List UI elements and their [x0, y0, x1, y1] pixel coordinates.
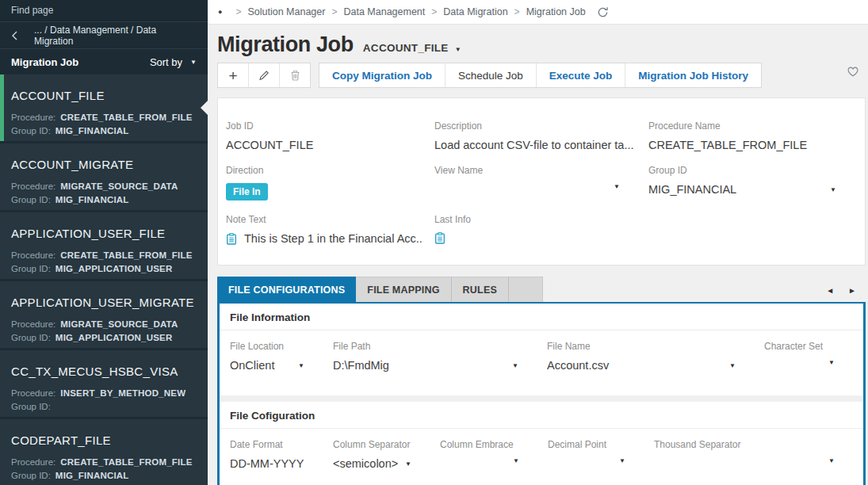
- group-id-dropdown[interactable]: MIG_FINANCIAL ▼: [648, 183, 854, 196]
- home-dot-button[interactable]: ●: [218, 8, 222, 16]
- copy-migration-job-button[interactable]: Copy Migration Job: [319, 63, 445, 87]
- breadcrumb-separator-icon: >: [331, 6, 337, 17]
- tab-rules[interactable]: RULES: [452, 277, 509, 302]
- group-id-value: MIG_APPLICATION_USER: [55, 264, 173, 273]
- refresh-icon[interactable]: [597, 6, 609, 18]
- tab-file-mapping[interactable]: FILE MAPPING: [356, 277, 451, 302]
- group-id-value: MIG_FINANCIAL: [55, 126, 129, 136]
- pencil-icon: [258, 70, 270, 81]
- chevron-down-icon: ▼: [614, 183, 620, 190]
- group-id-label: Group ID:: [11, 333, 51, 342]
- direction-badge: File In: [226, 183, 268, 200]
- procedure-label: Procedure:: [11, 457, 55, 467]
- migration-job-history-button[interactable]: Migration Job History: [625, 63, 761, 87]
- file-name-dropdown[interactable]: Account.csv ▼: [547, 359, 753, 372]
- column-separator-value: <semicolon>: [333, 457, 398, 470]
- breadcrumb-data-migration[interactable]: Data Migration: [443, 6, 507, 17]
- file-name-value: Account.csv: [547, 359, 609, 372]
- group-id-label: Group ID:: [11, 126, 51, 136]
- last-info-label: Last Info: [434, 214, 854, 225]
- sidebar-item-codepart-file[interactable]: CODEPART_FILE Procedure:CREATE_TABLE_FRO…: [0, 419, 208, 485]
- character-set-dropdown[interactable]: ▼: [764, 359, 852, 366]
- page-content: Migration Job ACCOUNT_FILE ▼ +: [208, 25, 868, 485]
- main-area: ● > Solution Manager > Data Management >…: [208, 0, 868, 485]
- group-id-value: MIG_FINANCIAL: [55, 195, 129, 204]
- group-id-value: MIG_APPLICATION_USER: [55, 333, 173, 342]
- sidebar-list-header: Migration Job Sort by ▼: [0, 48, 208, 74]
- chevron-down-icon: ▼: [513, 457, 519, 464]
- description-value: Load account CSV-file to container ta...: [434, 139, 637, 151]
- sidebar-item-application-user-file[interactable]: APPLICATION_USER_FILE Procedure:CREATE_T…: [0, 212, 208, 279]
- file-location-dropdown[interactable]: OnClient ▼: [230, 359, 322, 372]
- sort-by-button[interactable]: Sort by ▼: [150, 56, 197, 68]
- list-item-title: ACCOUNT_FILE: [11, 89, 197, 102]
- description-label: Description: [434, 120, 637, 132]
- procedure-value: MIGRATE_SOURCE_DATA: [60, 181, 178, 191]
- sidebar-item-application-user-migrate[interactable]: APPLICATION_USER_MIGRATE Procedure:MIGRA…: [0, 281, 208, 348]
- date-format-field[interactable]: DD-MM-YYYY: [230, 457, 322, 470]
- tab-next-icon[interactable]: ►: [848, 287, 856, 295]
- last-info-note-icon[interactable]: [434, 232, 445, 244]
- chevron-down-icon: ▼: [190, 59, 197, 66]
- sidebar-item-account-file[interactable]: ACCOUNT_FILE Procedure:CREATE_TABLE_FROM…: [0, 74, 208, 141]
- record-selector[interactable]: ACCOUNT_FILE ▼: [354, 42, 461, 54]
- tabs: FILE CONFIGURATIONS FILE MAPPING RULES: [217, 277, 543, 302]
- execute-job-button[interactable]: Execute Job: [537, 63, 626, 87]
- breadcrumb-solution-manager[interactable]: Solution Manager: [247, 6, 325, 17]
- add-button[interactable]: +: [218, 63, 249, 87]
- list-item-title: ACCOUNT_MIGRATE: [11, 158, 197, 171]
- procedure-value: CREATE_TABLE_FROM_FILE: [60, 250, 192, 260]
- procedure-name-label: Procedure Name: [648, 120, 854, 132]
- thousand-separator-dropdown[interactable]: ▼: [654, 457, 852, 464]
- file-location-label: File Location: [230, 341, 322, 352]
- file-name-label: File Name: [547, 341, 753, 352]
- tab-scroll-nav: ◄ ►: [826, 287, 866, 302]
- delete-button[interactable]: [280, 63, 310, 87]
- chevron-down-icon: ▼: [619, 457, 625, 464]
- page-title: Migration Job: [217, 32, 354, 57]
- record-id: ACCOUNT_FILE: [363, 42, 449, 54]
- decimal-point-dropdown[interactable]: ▼: [548, 457, 643, 464]
- file-information-section-title: File Information: [220, 304, 863, 330]
- procedure-name-value: CREATE_TABLE_FROM_FILE: [648, 139, 854, 151]
- breadcrumb-separator-icon: >: [431, 6, 437, 17]
- group-id-label: Group ID:: [11, 402, 51, 411]
- file-path-dropdown[interactable]: D:\FmdMig ▼: [333, 359, 536, 372]
- sidebar: Find page ... / Data Management / Data M…: [0, 0, 208, 485]
- note-text-value: This is Step 1 in the Financial Acc...: [244, 232, 423, 245]
- sidebar-back-path: ... / Data Management / Data Migration: [34, 25, 197, 47]
- column-embrace-dropdown[interactable]: ▼: [440, 457, 537, 464]
- chevron-down-icon: ▼: [455, 46, 461, 53]
- sidebar-list-title: Migration Job: [11, 56, 78, 68]
- sidebar-item-account-migrate[interactable]: ACCOUNT_MIGRATE Procedure:MIGRATE_SOURCE…: [0, 143, 208, 210]
- plus-icon: +: [228, 68, 237, 83]
- tab-strip: FILE CONFIGURATIONS FILE MAPPING RULES ◄…: [217, 277, 866, 302]
- favorite-heart-icon[interactable]: [847, 66, 859, 77]
- job-detail-card: Job ID ACCOUNT_FILE Description Load acc…: [217, 97, 866, 265]
- breadcrumb-migration-job[interactable]: Migration Job: [526, 6, 586, 17]
- find-page-search[interactable]: Find page: [0, 0, 208, 21]
- group-id-label: Group ID: [648, 165, 854, 176]
- tab-prev-icon[interactable]: ◄: [826, 287, 834, 295]
- procedure-value: CREATE_TABLE_FROM_FILE: [60, 113, 192, 122]
- chevron-down-icon: ▼: [405, 460, 411, 468]
- schedule-job-button[interactable]: Schedule Job: [445, 63, 537, 87]
- breadcrumb-separator-icon: >: [235, 6, 241, 17]
- procedure-value: CREATE_TABLE_FROM_FILE: [60, 457, 192, 467]
- view-name-dropdown[interactable]: ▼: [434, 183, 637, 190]
- crud-button-group: +: [217, 63, 311, 88]
- sidebar-item-cc-tx-mecus-hsbc-visa[interactable]: CC_TX_MECUS_HSBC_VISA Procedure:INSERT_B…: [0, 350, 208, 417]
- note-icon[interactable]: [226, 233, 237, 245]
- sort-by-label: Sort by: [150, 56, 182, 68]
- column-separator-dropdown[interactable]: <semicolon> ▼: [333, 457, 429, 470]
- breadcrumb-data-management[interactable]: Data Management: [343, 6, 425, 17]
- job-id-label: Job ID: [226, 120, 423, 132]
- tab-file-configurations[interactable]: FILE CONFIGURATIONS: [217, 277, 356, 303]
- sidebar-back-nav[interactable]: ... / Data Management / Data Migration: [0, 21, 208, 48]
- list-item-title: CC_TX_MECUS_HSBC_VISA: [11, 365, 197, 378]
- chevron-down-icon: ▼: [830, 186, 836, 193]
- edit-button[interactable]: [249, 63, 280, 87]
- chevron-down-icon: ▼: [828, 457, 835, 464]
- file-configurations-panel: File Information File Location OnClient …: [217, 302, 866, 485]
- section-divider: [220, 395, 863, 402]
